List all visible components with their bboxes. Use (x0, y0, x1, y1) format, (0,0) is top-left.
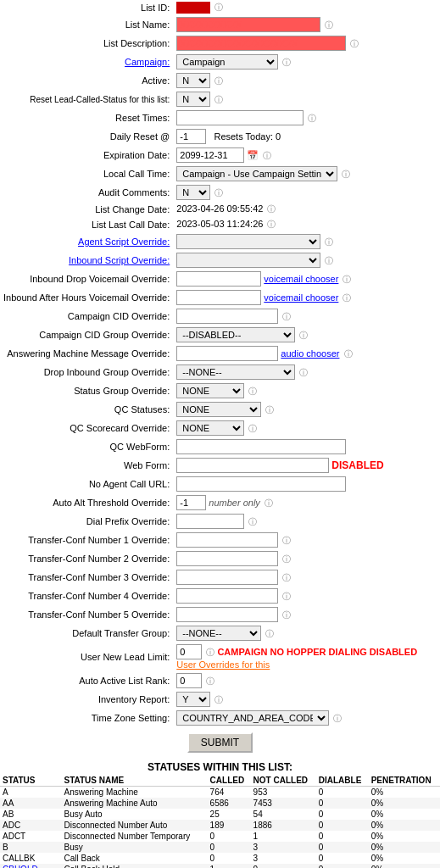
inbound-after-vm-label: Inbound After Hours Voicemail Override: (0, 288, 173, 307)
answering-machine-input[interactable] (176, 346, 278, 361)
help-icon-tc1[interactable]: ⓘ (282, 536, 291, 545)
help-icon-cid[interactable]: ⓘ (282, 312, 291, 321)
help-icon-dvm[interactable]: ⓘ (343, 275, 351, 284)
help-icon-qcs[interactable]: ⓘ (265, 405, 274, 415)
submit-row: SUBMIT (0, 727, 440, 758)
agent-script-select[interactable] (176, 234, 320, 249)
answering-machine-label: Answering Machine Message Override: (0, 344, 173, 363)
help-icon-campaign[interactable]: ⓘ (282, 58, 291, 67)
help-icon-tz[interactable]: ⓘ (333, 714, 342, 723)
stats-col-called: CALLED (208, 775, 251, 787)
timezone-select[interactable]: COUNTRY_AND_AREA_CODE (176, 710, 329, 726)
help-icon-aar[interactable]: ⓘ (206, 676, 214, 686)
help-icon-is[interactable]: ⓘ (325, 256, 333, 265)
cbhold-link[interactable]: CBHOLD (3, 865, 38, 868)
help-icon-tc3[interactable]: ⓘ (282, 573, 291, 582)
inbound-after-vm-input[interactable] (176, 290, 261, 305)
transfer-conf5-label: Transfer-Conf Number 5 Override: (0, 605, 173, 624)
user-overrides-link[interactable]: User Overrides for this (176, 659, 270, 670)
campaign-select[interactable]: Campaign (176, 54, 278, 70)
transfer-conf4-input[interactable] (176, 588, 278, 604)
web-form-label: Web Form: (0, 456, 173, 475)
list-desc-input[interactable] (176, 36, 346, 51)
transfer-conf1-input[interactable] (176, 532, 278, 548)
voicemail-chooser-2[interactable]: voicemail chooser (264, 292, 338, 303)
campaign-cid-group-select[interactable]: --DISABLED-- (176, 327, 295, 342)
auto-active-input[interactable] (176, 673, 202, 688)
status-group-select[interactable]: NONE (176, 383, 244, 398)
transfer-conf1-label: Transfer-Conf Number 1 Override: (0, 531, 173, 549)
transfer-conf5-input[interactable] (176, 607, 278, 622)
calendar-icon[interactable]: 📅 (247, 150, 259, 160)
help-icon-dp[interactable]: ⓘ (248, 517, 257, 526)
audio-chooser[interactable]: audio chooser (281, 348, 339, 359)
stats-cell: 0 (208, 831, 251, 842)
list-name-label: List Name: (0, 15, 173, 34)
help-icon-aa[interactable]: ⓘ (265, 498, 273, 508)
inventory-select[interactable]: Y (176, 692, 210, 707)
help-icon-avm[interactable]: ⓘ (343, 293, 351, 303)
drop-inbound-select[interactable]: --NONE-- (176, 364, 295, 380)
agent-script-link[interactable]: Agent Script Override: (78, 236, 170, 247)
help-icon-unl[interactable]: ⓘ (206, 648, 214, 657)
help-icon-as[interactable]: ⓘ (325, 237, 333, 247)
web-form-input[interactable] (176, 458, 329, 473)
auto-alt-input[interactable] (176, 495, 206, 510)
list-name-input[interactable] (176, 17, 320, 32)
reset-lead-select[interactable]: N (176, 92, 210, 107)
stats-cell: 1 (208, 864, 251, 868)
help-icon-lc2[interactable]: ⓘ (267, 204, 276, 214)
daily-reset-input[interactable] (176, 129, 206, 144)
help-icon-tc5[interactable]: ⓘ (282, 610, 291, 620)
qc-statuses-select[interactable]: NONE (176, 402, 261, 417)
campaign-link[interactable]: Campaign: (125, 57, 170, 67)
help-icon-desc[interactable]: ⓘ (350, 39, 359, 48)
help-icon-qcsc[interactable]: ⓘ (248, 424, 257, 433)
help-icon-active[interactable]: ⓘ (214, 76, 223, 86)
inbound-script-select[interactable] (176, 253, 320, 268)
inbound-drop-vm-input[interactable] (176, 271, 261, 287)
transfer-conf3-input[interactable] (176, 570, 278, 585)
help-icon-tc4[interactable]: ⓘ (282, 592, 291, 601)
reset-times-input[interactable] (176, 110, 304, 125)
voicemail-chooser-1[interactable]: voicemail chooser (264, 274, 338, 284)
campaign-cid-input[interactable] (176, 309, 278, 324)
transfer-conf2-input[interactable] (176, 551, 278, 566)
stats-cell: Answering Machine Auto (61, 798, 207, 809)
help-icon-lc[interactable]: ⓘ (342, 170, 350, 179)
local-call-select[interactable]: Campaign - Use Campaign Settings (176, 166, 337, 181)
stats-col-dialable: DIALABLE (316, 775, 369, 787)
help-icon-llc[interactable]: ⓘ (267, 220, 276, 229)
submit-button[interactable]: SUBMIT (187, 732, 253, 753)
help-icon-sg[interactable]: ⓘ (248, 387, 257, 396)
help-icon-reset[interactable]: ⓘ (214, 95, 223, 104)
inbound-drop-vm-label: Inbound Drop Voicemail Override: (0, 270, 173, 288)
default-transfer-select[interactable]: --NONE-- (176, 626, 261, 641)
no-agent-url-input[interactable] (176, 476, 346, 492)
expiration-input[interactable] (176, 147, 244, 163)
transfer-conf4-label: Transfer-Conf Number 4 Override: (0, 587, 173, 605)
help-icon[interactable]: ⓘ (214, 3, 223, 12)
stats-cell: A (0, 787, 61, 798)
help-icon-cidg[interactable]: ⓘ (299, 331, 308, 340)
qc-scorecard-select[interactable]: NONE (176, 420, 244, 436)
help-icon-dt[interactable]: ⓘ (265, 629, 274, 638)
audit-select[interactable]: N (176, 185, 210, 200)
stats-cell: 0 (316, 809, 369, 820)
stats-cell: 0% (369, 820, 440, 831)
help-icon-resettimes[interactable]: ⓘ (308, 114, 316, 123)
stats-section-title: STATUSES WITHIN THIS LIST: (0, 758, 440, 775)
help-icon-am[interactable]: ⓘ (344, 349, 353, 359)
help-icon-name[interactable]: ⓘ (325, 20, 333, 30)
active-select[interactable]: N (176, 73, 210, 88)
help-icon-audit[interactable]: ⓘ (214, 188, 223, 198)
dial-prefix-input[interactable] (176, 514, 244, 529)
help-icon-di[interactable]: ⓘ (299, 368, 308, 377)
user-new-lead-input[interactable] (176, 644, 202, 659)
help-icon-tc2[interactable]: ⓘ (282, 554, 291, 564)
stats-cell: 0% (369, 798, 440, 809)
help-icon-inv[interactable]: ⓘ (214, 695, 223, 704)
inbound-script-link[interactable]: Inbound Script Override: (69, 255, 170, 265)
qc-webform-input[interactable] (176, 439, 346, 454)
help-icon-exp[interactable]: ⓘ (263, 151, 271, 160)
